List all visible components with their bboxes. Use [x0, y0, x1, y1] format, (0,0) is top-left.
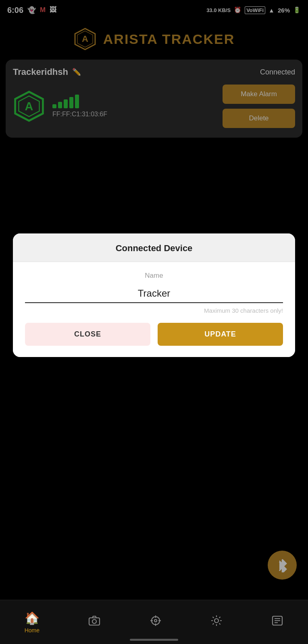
- location-nav-icon: [150, 615, 162, 630]
- nav-item-camera[interactable]: [88, 615, 100, 630]
- close-button[interactable]: CLOSE: [25, 323, 150, 346]
- home-nav-label: Home: [25, 627, 40, 634]
- update-button[interactable]: UPDATE: [158, 323, 283, 346]
- nav-item-location[interactable]: [150, 615, 162, 630]
- dialog-body: Name Maximum 30 characters only! CLOSE U…: [13, 262, 295, 357]
- home-indicator: [130, 639, 178, 641]
- home-nav-icon: 🏠: [25, 611, 40, 625]
- tracker-name-input[interactable]: [25, 285, 283, 302]
- connected-device-dialog: Connected Device Name Maximum 30 charact…: [13, 233, 295, 357]
- list-nav-icon: [271, 615, 283, 630]
- dialog-header: Connected Device: [13, 233, 295, 262]
- camera-nav-icon: [88, 615, 100, 630]
- svg-point-9: [92, 619, 96, 623]
- nav-item-settings[interactable]: [210, 615, 223, 630]
- dialog-name-label: Name: [145, 272, 163, 280]
- nav-item-home[interactable]: 🏠 Home: [25, 611, 40, 634]
- dialog-hint: Maximum 30 characters only!: [204, 307, 283, 314]
- settings-nav-icon: [210, 615, 223, 630]
- nav-item-list[interactable]: [271, 615, 283, 630]
- svg-point-16: [214, 619, 219, 623]
- bottom-nav: 🏠 Home: [0, 600, 308, 644]
- dialog-title: Connected Device: [116, 243, 193, 253]
- svg-rect-8: [89, 618, 100, 625]
- dialog-input-wrap: [25, 285, 283, 303]
- dialog-actions: CLOSE UPDATE: [25, 323, 283, 346]
- svg-point-11: [154, 619, 157, 622]
